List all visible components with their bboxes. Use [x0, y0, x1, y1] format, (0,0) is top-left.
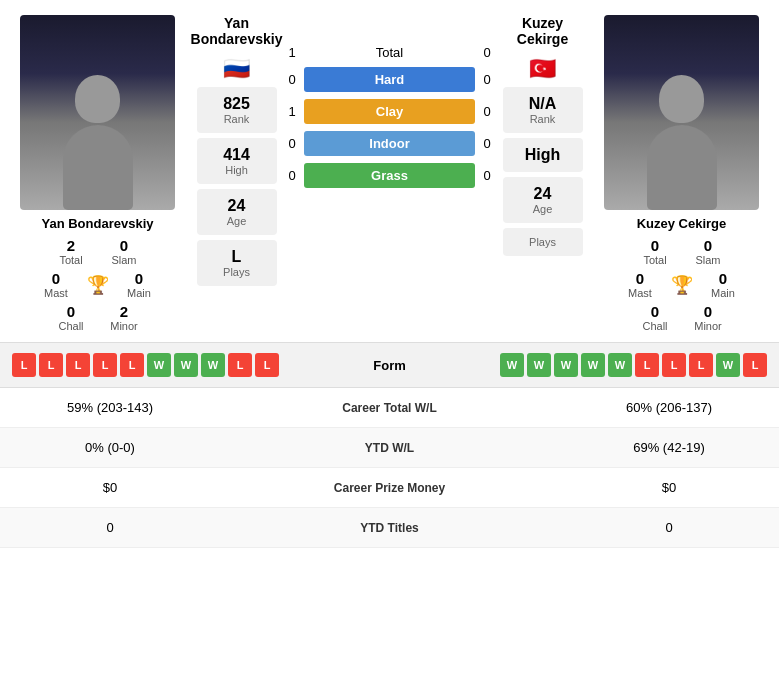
right-minor-stat: 0 Minor: [686, 303, 731, 332]
right-form-badge-10: L: [743, 353, 767, 377]
right-player-name: Kuzey Cekirge: [637, 216, 727, 231]
clay-badge: Clay: [304, 99, 475, 124]
left-form-badges: L L L L L W W W L L: [12, 353, 279, 377]
left-form-badge-2: L: [39, 353, 63, 377]
right-form-badge-4: W: [581, 353, 605, 377]
left-slam-stat: 0 Slam: [102, 237, 147, 266]
left-player-col: Yan Bondarevskiy 2 Total 0 Slam 0 Mast 🏆: [5, 15, 190, 332]
left-player-stats-row3: 0 Chall 2 Minor: [49, 303, 147, 332]
grass-badge: Grass: [304, 163, 475, 188]
left-form-badge-5: L: [120, 353, 144, 377]
right-player-stats-row1: 0 Total 0 Slam: [633, 237, 731, 266]
left-player-stats-row2: 0 Mast 🏆 0 Main: [34, 270, 162, 299]
left-plays-box: L Plays: [197, 240, 277, 286]
right-player-photo: [604, 15, 759, 210]
right-trophy-icon: 🏆: [671, 274, 693, 296]
career-total-wl-row: 59% (203-143) Career Total W/L 60% (206-…: [0, 388, 779, 428]
career-stats-section: 59% (203-143) Career Total W/L 60% (206-…: [0, 388, 779, 548]
left-stats-column: Yan Bondarevskiy 🇷🇺 825 Rank 414 High 24…: [194, 15, 279, 332]
right-form-badge-7: L: [662, 353, 686, 377]
career-prize-right: $0: [579, 480, 759, 495]
form-label: Form: [350, 358, 430, 373]
left-form-badge-1: L: [12, 353, 36, 377]
career-total-wl-left: 59% (203-143): [20, 400, 200, 415]
right-player-stats-row3: 0 Chall 0 Minor: [633, 303, 731, 332]
ytd-wl-left: 0% (0-0): [20, 440, 200, 455]
left-player-name-header: Yan Bondarevskiy: [191, 15, 283, 47]
career-total-wl-label: Career Total W/L: [310, 401, 470, 415]
left-form-badge-10: L: [255, 353, 279, 377]
total-label: Total: [376, 45, 403, 60]
left-chall-stat: 0 Chall: [49, 303, 94, 332]
right-age-box: 24 Age: [503, 177, 583, 223]
right-form-badge-9: W: [716, 353, 740, 377]
ytd-titles-left: 0: [20, 520, 200, 535]
ytd-wl-row: 0% (0-0) YTD W/L 69% (42-19): [0, 428, 779, 468]
left-total-stat: 2 Total: [49, 237, 94, 266]
main-container: Yan Bondarevskiy 2 Total 0 Slam 0 Mast 🏆: [0, 0, 779, 548]
right-player-name-header: Kuzey Cekirge: [517, 15, 568, 47]
career-prize-row: $0 Career Prize Money $0: [0, 468, 779, 508]
right-flag: 🇹🇷: [529, 56, 556, 82]
left-player-stats-row1: 2 Total 0 Slam: [49, 237, 147, 266]
right-rank-box: N/A Rank: [503, 87, 583, 133]
left-player-photo: [20, 15, 175, 210]
left-form-badge-6: W: [147, 353, 171, 377]
right-form-badges: W W W W W L L L W L: [500, 353, 767, 377]
top-comparison: Yan Bondarevskiy 2 Total 0 Slam 0 Mast 🏆: [0, 0, 779, 342]
ytd-titles-label: YTD Titles: [310, 521, 470, 535]
right-form-badge-6: L: [635, 353, 659, 377]
left-form-badge-4: L: [93, 353, 117, 377]
hard-badge: Hard: [304, 67, 475, 92]
right-main-stat: 0 Main: [701, 270, 746, 299]
right-mast-stat: 0 Mast: [618, 270, 663, 299]
indoor-badge: Indoor: [304, 131, 475, 156]
right-form-badge-3: W: [554, 353, 578, 377]
left-high-box: 414 High: [197, 138, 277, 184]
right-form-badge-1: W: [500, 353, 524, 377]
right-player-stats-row2: 0 Mast 🏆 0 Main: [618, 270, 746, 299]
left-minor-stat: 2 Minor: [102, 303, 147, 332]
left-player-name: Yan Bondarevskiy: [42, 216, 154, 231]
right-slam-stat: 0 Slam: [686, 237, 731, 266]
left-form-badge-3: L: [66, 353, 90, 377]
ytd-wl-right: 69% (42-19): [579, 440, 759, 455]
right-player-col: Kuzey Cekirge 0 Total 0 Slam 0 Mast 🏆: [589, 15, 774, 332]
left-mast-stat: 0 Mast: [34, 270, 79, 299]
right-stats-column: Kuzey Cekirge 🇹🇷 N/A Rank High 24 Age: [500, 15, 585, 332]
left-form-badge-9: L: [228, 353, 252, 377]
grass-row: 0 Grass 0: [283, 163, 496, 188]
hard-row: 0 Hard 0: [283, 67, 496, 92]
right-form-badge-2: W: [527, 353, 551, 377]
left-rank-box: 825 Rank: [197, 87, 277, 133]
career-prize-label: Career Prize Money: [310, 481, 470, 495]
clay-row: 1 Clay 0: [283, 99, 496, 124]
right-high-box: High: [503, 138, 583, 172]
center-surface-column: 1 Total 0 0 Hard 0 1 Clay 0 0 Indoor 0: [283, 15, 496, 332]
left-main-stat: 0 Main: [117, 270, 162, 299]
left-form-badge-7: W: [174, 353, 198, 377]
ytd-titles-row: 0 YTD Titles 0: [0, 508, 779, 548]
career-prize-left: $0: [20, 480, 200, 495]
form-section: L L L L L W W W L L Form W W W W W L L L…: [0, 342, 779, 388]
career-total-wl-right: 60% (206-137): [579, 400, 759, 415]
left-form-badge-8: W: [201, 353, 225, 377]
right-chall-stat: 0 Chall: [633, 303, 678, 332]
indoor-row: 0 Indoor 0: [283, 131, 496, 156]
right-plays-box: Plays: [503, 228, 583, 256]
right-form-badge-8: L: [689, 353, 713, 377]
right-form-badge-5: W: [608, 353, 632, 377]
left-trophy-icon: 🏆: [87, 274, 109, 296]
ytd-wl-label: YTD W/L: [310, 441, 470, 455]
left-age-box: 24 Age: [197, 189, 277, 235]
ytd-titles-right: 0: [579, 520, 759, 535]
left-flag: 🇷🇺: [223, 56, 250, 82]
right-total-stat: 0 Total: [633, 237, 678, 266]
total-row: 1 Total 0: [283, 45, 496, 60]
